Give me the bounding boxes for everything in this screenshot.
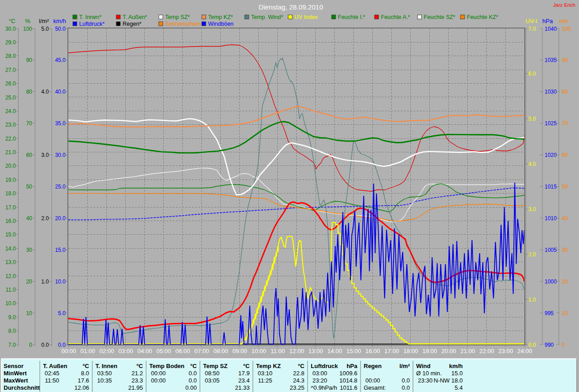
svg-text:°C: °C: [298, 363, 304, 369]
svg-text:35.0: 35.0: [55, 120, 66, 127]
svg-text:03:05: 03:05: [205, 377, 220, 384]
svg-text:°C: °C: [243, 363, 250, 369]
svg-text:20: 20: [26, 279, 33, 285]
svg-text:00:00: 00:00: [151, 370, 166, 377]
svg-text:00:00: 00:00: [151, 377, 166, 384]
svg-text:0.0: 0.0: [41, 342, 49, 348]
svg-text:30.0: 30.0: [55, 152, 66, 158]
svg-text:11:25: 11:25: [258, 377, 272, 384]
svg-text:Windböen: Windböen: [208, 21, 233, 27]
svg-text:3.0: 3.0: [528, 206, 536, 213]
svg-text:1025: 1025: [545, 120, 557, 127]
svg-text:1040: 1040: [545, 26, 557, 32]
svg-text:03:10: 03:10: [258, 370, 273, 377]
svg-text:Feuchte A.*: Feuchte A.*: [381, 14, 410, 20]
svg-text:1035: 1035: [545, 57, 557, 63]
svg-text:100: 100: [562, 26, 571, 32]
svg-text:990: 990: [545, 342, 554, 348]
svg-text:Temp SZ: Temp SZ: [203, 363, 228, 369]
svg-text:80: 80: [562, 89, 568, 95]
svg-text:15.0: 15.0: [451, 370, 463, 377]
svg-text:23:30: 23:30: [418, 377, 433, 384]
svg-text:3.0: 3.0: [41, 152, 49, 158]
svg-text:18:00: 18:00: [403, 348, 418, 354]
svg-text:MinWert: MinWert: [4, 370, 27, 377]
svg-text:0.0: 0.0: [402, 377, 410, 384]
svg-text:03:00: 03:00: [119, 348, 133, 354]
svg-text:MaxWert: MaxWert: [4, 377, 28, 384]
svg-text:10:35: 10:35: [97, 377, 112, 384]
svg-text:40: 40: [26, 215, 33, 222]
svg-text:10: 10: [562, 310, 568, 316]
svg-text:22:00: 22:00: [479, 348, 494, 354]
svg-text:30: 30: [26, 247, 33, 253]
svg-text:00:00: 00:00: [365, 377, 380, 384]
svg-text:25.0: 25.0: [5, 94, 16, 101]
svg-text:14:00: 14:00: [327, 348, 342, 354]
svg-text:8.0: 8.0: [81, 370, 89, 377]
svg-text:Temp SZ*: Temp SZ*: [165, 14, 190, 20]
svg-text:17.6: 17.6: [78, 377, 89, 384]
svg-text:24:00: 24:00: [517, 348, 532, 354]
svg-text:l/m²: l/m²: [399, 363, 410, 369]
svg-text:Regen*: Regen*: [123, 21, 142, 27]
svg-text:1015: 1015: [545, 184, 557, 190]
svg-text:10.0: 10.0: [55, 279, 66, 285]
svg-text:min: min: [559, 18, 569, 24]
svg-text:16:00: 16:00: [365, 348, 380, 354]
svg-text:04:00: 04:00: [138, 348, 152, 354]
svg-text:27.0: 27.0: [5, 67, 16, 73]
svg-text:0.0: 0.0: [402, 384, 410, 391]
svg-text:Durchschnitt: Durchschnitt: [4, 384, 40, 391]
svg-text:2.0: 2.0: [528, 251, 536, 258]
svg-text:22.0: 22.0: [5, 136, 16, 142]
svg-text:90: 90: [26, 57, 33, 63]
svg-text:°C: °C: [190, 363, 197, 369]
svg-text:24.3: 24.3: [293, 377, 304, 384]
svg-text:0: 0: [29, 342, 32, 348]
svg-text:03:50: 03:50: [97, 370, 112, 377]
svg-text:Temp Boden: Temp Boden: [149, 363, 185, 369]
svg-text:km/h: km/h: [449, 363, 463, 369]
svg-text:23.3: 23.3: [132, 377, 143, 384]
svg-text:02:45: 02:45: [45, 370, 60, 377]
svg-text:23:20: 23:20: [313, 377, 327, 384]
svg-text:Jarz Erich: Jarz Erich: [553, 2, 575, 8]
svg-text:10: 10: [26, 310, 33, 316]
svg-text:09:00: 09:00: [233, 348, 247, 354]
svg-text:UV-I: UV-I: [526, 18, 537, 24]
svg-text:1014.8: 1014.8: [339, 377, 357, 384]
svg-text:11.0: 11.0: [6, 287, 16, 293]
svg-text:10:00: 10:00: [252, 348, 266, 354]
svg-text:15.0: 15.0: [55, 247, 66, 253]
svg-text:10.0: 10.0: [5, 300, 16, 307]
svg-text:Dienstag, 28.09.2010: Dienstag, 28.09.2010: [259, 3, 323, 11]
svg-text:5.0: 5.0: [41, 26, 49, 32]
svg-text:9.0: 9.0: [8, 314, 16, 321]
svg-text:70: 70: [26, 120, 33, 127]
svg-text:08:00: 08:00: [214, 348, 228, 354]
svg-text:1000: 1000: [545, 279, 557, 285]
svg-text:80: 80: [26, 89, 33, 95]
svg-text:4.0: 4.0: [528, 161, 536, 167]
svg-text:Feuchte KZ*: Feuchte KZ*: [467, 14, 498, 20]
svg-text:20:00: 20:00: [441, 348, 456, 354]
svg-text:hPa: hPa: [542, 18, 553, 24]
svg-text:05:00: 05:00: [157, 348, 171, 354]
svg-text:100: 100: [23, 26, 32, 32]
svg-text:5.0: 5.0: [58, 310, 66, 316]
svg-text:20.0: 20.0: [5, 163, 16, 169]
svg-text:km/h: km/h: [53, 18, 66, 24]
svg-text:2.0: 2.0: [41, 215, 49, 222]
svg-text:UV Index: UV Index: [294, 14, 318, 20]
svg-text:15.0: 15.0: [5, 231, 16, 238]
svg-text:Sensor: Sensor: [4, 363, 24, 369]
svg-text:1009.6: 1009.6: [339, 370, 357, 377]
svg-text:70: 70: [562, 120, 568, 127]
svg-text:Wind: Wind: [416, 363, 431, 369]
svg-text:1010: 1010: [545, 215, 557, 222]
svg-text:08:50: 08:50: [205, 370, 220, 377]
svg-text:29.0: 29.0: [5, 39, 16, 46]
svg-text:0: 0: [562, 342, 565, 348]
svg-text:06:00: 06:00: [176, 348, 190, 354]
